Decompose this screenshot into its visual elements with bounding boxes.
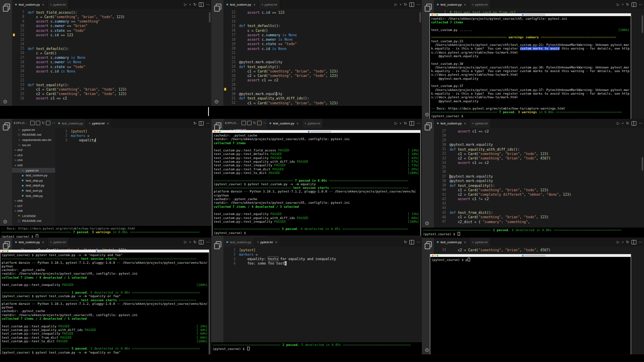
explorer-more-icon[interactable]: ⋯ [263,121,266,125]
explorer-files-icon[interactable] [426,241,432,247]
scrollbar-thumb[interactable] [209,12,211,23]
more-actions-icon[interactable]: ⋯ [206,240,210,244]
file-tree-item-requirements-dev-txt[interactable]: ≡requirements-dev.txt [12,137,55,143]
terminal-output[interactable]: cachedir: .pytest_cacherootdir: /Users/o… [213,133,420,236]
more-actions-icon[interactable]: ⋯ [417,240,420,244]
close-icon[interactable]: × [107,122,109,125]
zoom-dot-icon[interactable] [437,255,438,257]
minimize-dot-icon[interactable] [4,250,6,252]
terminal-output[interactable]: (pytest_course) $ pytest test_custom.py … [0,252,209,355]
close-icon[interactable]: × [464,240,466,244]
split-editor-icon[interactable] [409,240,414,244]
new-file-icon[interactable] [30,121,35,125]
file-tree-item-tox-ini[interactable]: ≡tox.ini [12,143,55,148]
more-actions-icon[interactable]: ⋯ [417,121,420,125]
gear-icon[interactable]: ⚙ [425,112,429,117]
file-tree-item-LICENSE[interactable]: ✳LICENSE [12,213,55,219]
tab-pytest-ini[interactable]: ≡pytest.ini [469,0,491,9]
gear-icon[interactable]: ⚙ [214,99,219,104]
explorer-files-icon[interactable] [216,241,221,247]
tab-pytest-ini[interactable]: ≡pytest.ini× [86,119,112,128]
tab-test_custom-py[interactable]: ◆test_custom.py [55,119,86,128]
tab-pytest-ini[interactable]: ≡pytest.ini [469,238,491,246]
more-actions-icon[interactable]: ⋯ [639,2,642,6]
close-icon[interactable]: × [254,3,256,6]
editor-area[interactable]: 27 assert c1 == c2282930@pytest.mark.equ… [434,128,644,228]
explorer-files-icon[interactable] [216,122,221,128]
file-tree-item-README-md[interactable]: ⓘREADME.md [12,132,55,138]
scrollbar-thumb[interactable] [419,12,421,23]
terminal-output[interactable]: (pytest_course) $ p [430,257,631,263]
close-icon[interactable]: × [297,122,299,125]
file-tree-item-ch4[interactable]: >ch4 [12,158,55,163]
tab-test_custom-py[interactable]: ◆test_custom.py× [434,119,469,128]
more-actions-icon[interactable]: ⋯ [206,121,210,125]
tab-pytest-ini[interactable]: ≡pytest.ini [47,0,69,9]
editor-area[interactable]: 7def test_field_access():8 c = Card("som… [12,9,211,106]
tab-test_custom-py[interactable]: ◆test_custom.py× [223,0,259,9]
file-tree-item-test_skipif-py[interactable]: ◆test_skipif.py [12,183,55,188]
file-tree-item-ch6[interactable]: >ch6 [12,198,55,203]
explorer-files-icon[interactable] [426,4,432,10]
restart-icon[interactable]: ↻ [626,121,629,125]
close-dot-icon[interactable] [432,255,433,257]
split-editor-icon[interactable] [199,2,204,7]
close-icon[interactable]: × [464,122,466,125]
file-tree-item-ch8[interactable]: >ch8 [12,209,55,214]
split-editor-icon[interactable] [632,240,636,244]
zoom-dot-icon[interactable] [436,14,438,16]
split-editor-icon[interactable] [632,121,636,126]
new-folder-icon[interactable] [247,121,252,125]
close-icon[interactable]: × [42,240,44,244]
bottom-terminal[interactable]: ==================================== 2 p… [211,342,422,362]
gear-icon[interactable]: ⚙ [425,348,429,353]
new-file-icon[interactable] [242,121,246,125]
refresh-explorer-icon[interactable]: ↻ [41,121,45,125]
restart-icon[interactable]: ↻ [193,2,196,6]
close-dot-icon[interactable] [2,250,4,252]
tab-test_custom-py[interactable]: ◆test_custom.py× [12,238,47,246]
split-editor-icon[interactable] [199,121,204,126]
close-icon[interactable]: × [464,3,466,6]
more-actions-icon[interactable]: ⋯ [206,2,210,6]
run-button[interactable]: ▷ [394,121,397,125]
run-dropdown-icon[interactable]: ∨ [622,121,623,125]
file-tree-item-pytest-ini[interactable]: ≡pytest.ini [12,127,55,132]
minimize-dot-icon[interactable] [434,14,436,16]
file-tree-item-test_xfail-py[interactable]: ◆test_xfail.py [12,193,55,199]
collapse-folders-icon[interactable] [257,121,262,125]
run-button[interactable]: ▷ [184,2,187,6]
restart-icon[interactable]: ↻ [193,121,196,125]
editor-area[interactable]: 1[pytest]2markers =3 equality: tests for… [223,246,422,354]
split-editor-icon[interactable] [632,2,636,7]
minimize-dot-icon[interactable] [434,255,436,257]
tab-pytest-ini[interactable]: ≡pytest.ini [302,119,324,128]
run-dropdown-icon[interactable]: ∨ [189,2,191,6]
file-tree-item-test_skip-py[interactable]: ◆test_skip.py [12,178,55,183]
split-editor-icon[interactable] [409,2,414,7]
explorer-more-icon[interactable]: ⋯ [52,121,55,125]
gear-icon[interactable]: ⚙ [425,221,429,226]
close-dot-icon[interactable] [431,14,433,16]
run-button[interactable]: ▷ [617,2,619,6]
bottom-terminal[interactable]: ==================================== 1 p… [422,228,644,238]
file-tree-item-ch5[interactable]: vch5 [12,163,55,168]
tab-test_custom-py[interactable]: ◆test_custom.py× [266,119,302,128]
gear-icon[interactable]: ⚙ [3,99,8,104]
file-tree-item-ch3[interactable]: >ch3 [12,153,55,158]
close-dot-icon[interactable] [214,131,216,132]
floating-terminal[interactable]: (pytest_course) $ pytest test_custom.py … [0,250,209,354]
more-actions-icon[interactable]: ⋯ [639,240,642,244]
tab-pytest-ini[interactable]: ≡pytest.ini× [254,238,281,246]
refresh-explorer-icon[interactable]: ↻ [253,121,256,125]
minimize-dot-icon[interactable] [217,131,218,132]
bottom-terminal[interactable]: -- Docs: https://docs.pytest.org/en/stab… [0,226,211,238]
split-editor-icon[interactable] [199,240,204,244]
tab-pytest-ini[interactable]: ≡pytest.ini [469,119,491,128]
terminal-output[interactable]: rootdir: /Users/okken/projects/pytest_co… [430,16,631,119]
file-tree-item-README-md[interactable]: ⓘREADME.md [12,219,55,224]
tab-pytest-ini[interactable]: ≡pytest.ini [47,238,69,246]
restart-icon[interactable]: ↻ [193,240,196,244]
file-tree-item-ch2[interactable]: >ch2 [12,147,55,153]
restart-icon[interactable]: ↻ [626,240,629,244]
